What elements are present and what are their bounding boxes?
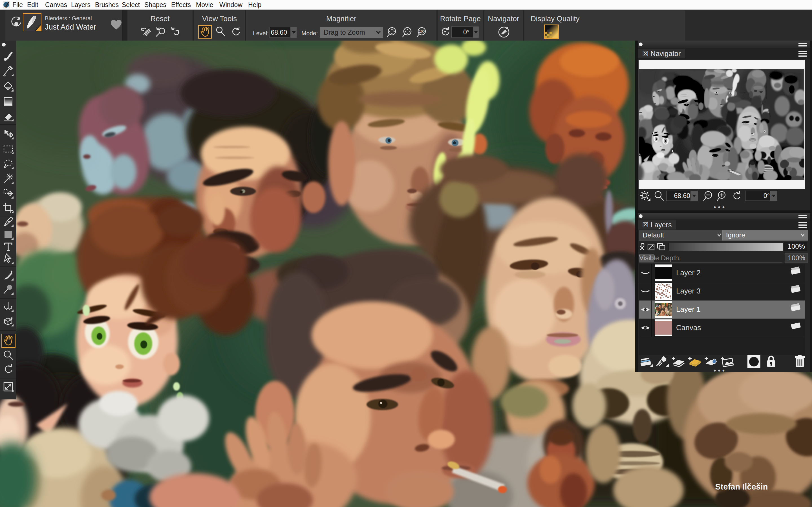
svg-text:100: 100 (419, 30, 424, 34)
